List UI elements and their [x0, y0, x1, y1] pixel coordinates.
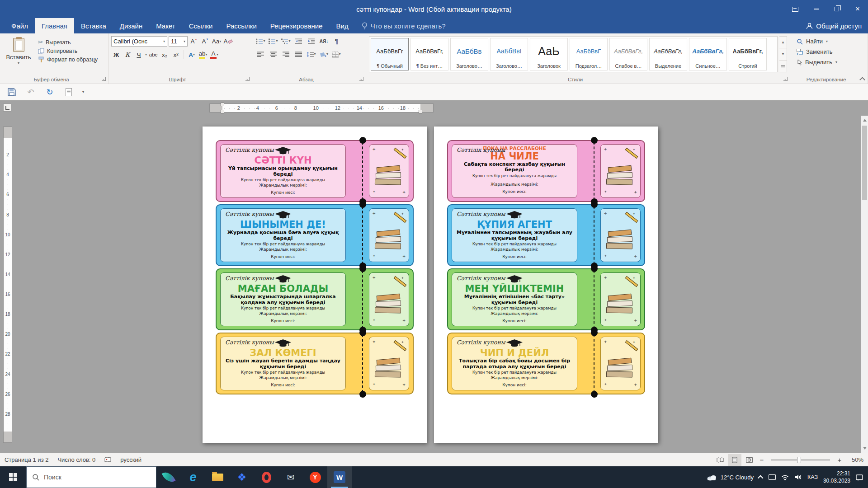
select-button[interactable]: Выделить [793, 57, 865, 67]
vertical-scrollbar[interactable] [861, 116, 868, 453]
start-button[interactable] [0, 466, 26, 488]
right-indent-marker[interactable] [419, 110, 422, 113]
bullets-button[interactable] [255, 36, 266, 46]
zoom-out-button[interactable] [757, 454, 767, 466]
volume-icon[interactable] [794, 474, 802, 480]
zoom-level[interactable]: 50% [845, 456, 863, 463]
replace-button[interactable]: Заменить [793, 47, 865, 57]
styles-scroll-down-icon[interactable]: ▼ [779, 48, 787, 60]
clock[interactable]: 22:31 30.03.2023 [823, 470, 850, 484]
strikethrough-button[interactable]: abc [148, 50, 158, 60]
font-size-combo[interactable]: 11 [169, 36, 188, 47]
align-center-button[interactable] [268, 49, 279, 59]
proofing-status[interactable] [100, 457, 116, 463]
align-right-button[interactable] [280, 49, 292, 59]
decrease-indent-button[interactable] [293, 36, 304, 46]
taskbar-word[interactable] [327, 466, 352, 488]
underline-dropdown-icon[interactable] [145, 53, 147, 56]
font-family-dropdown-icon[interactable] [163, 40, 165, 43]
scroll-down-icon[interactable] [863, 447, 867, 450]
cut-button[interactable]: Вырезать [38, 39, 98, 46]
style-item-2[interactable]: АаБбВвЗаголово… [450, 38, 488, 70]
borders-button[interactable] [331, 49, 342, 59]
paragraph-dialog-launcher-icon[interactable] [359, 77, 363, 81]
touch-mode-button[interactable] [63, 87, 74, 98]
language-indicator[interactable]: русский [116, 456, 146, 463]
align-left-button[interactable] [255, 49, 266, 59]
show-marks-button[interactable]: ¶ [331, 36, 342, 46]
font-color-button[interactable]: А [209, 50, 219, 60]
clear-formatting-button[interactable]: А [223, 37, 233, 47]
tell-me-box[interactable]: Что вы хотите сделать? [362, 18, 446, 33]
page-2[interactable]: Сәттілік купоны ПОКА НА РАССЛАБОНЕ НА ЧИ… [434, 127, 658, 443]
style-item-3[interactable]: АаБбВвІЗаголово… [490, 38, 528, 70]
taskbar-edge[interactable] [181, 466, 205, 488]
italic-button[interactable]: К [123, 50, 132, 60]
style-item-4[interactable]: АаЬЗаголовок [530, 38, 568, 70]
clipboard-dialog-launcher-icon[interactable] [102, 77, 106, 81]
font-dialog-launcher-icon[interactable] [245, 77, 250, 81]
font-size-dropdown-icon[interactable] [184, 40, 185, 43]
web-layout-button[interactable] [742, 454, 756, 466]
copy-button[interactable]: Копировать [38, 48, 98, 54]
tab-view[interactable]: Вид [330, 18, 355, 33]
styles-dialog-launcher-icon[interactable] [783, 77, 788, 81]
shrink-font-button[interactable]: А [200, 37, 210, 47]
styles-scroll-up-icon[interactable]: ▲ [779, 37, 787, 48]
taskbar-mail[interactable] [278, 466, 303, 488]
style-item-9[interactable]: АаБбВвГг,Строгий [729, 38, 767, 70]
taskbar-file-explorer[interactable] [205, 466, 230, 488]
hanging-indent-marker[interactable] [221, 110, 224, 113]
taskbar-yandex[interactable] [303, 466, 327, 488]
line-spacing-button[interactable] [306, 49, 317, 59]
style-item-8[interactable]: АаБбВвГг,Сильное… [689, 38, 727, 70]
page-1[interactable]: Сәттілік купоны СӘТТІ КҮН Үй тапсырмасын… [203, 127, 427, 443]
highlight-button[interactable]: ab [198, 50, 208, 60]
minimize-button[interactable] [806, 0, 826, 18]
paste-button[interactable]: Вставить [3, 36, 34, 74]
tab-home[interactable]: Главная [35, 18, 74, 33]
first-line-indent-marker[interactable] [221, 103, 224, 106]
font-family-combo[interactable]: Calibri (Оснс [111, 36, 167, 47]
weather-widget[interactable]: 12°C Cloudy [706, 474, 754, 481]
tab-selector[interactable] [3, 103, 11, 112]
text-effects-button[interactable]: А [187, 50, 197, 60]
styles-more-icon[interactable] [779, 61, 787, 72]
shading-button[interactable] [318, 49, 330, 59]
network-icon[interactable] [781, 474, 789, 480]
zoom-slider-thumb[interactable] [797, 457, 801, 463]
print-layout-button[interactable] [728, 454, 741, 466]
justify-button[interactable] [293, 49, 304, 59]
close-button[interactable]: × [847, 0, 868, 18]
multilevel-list-button[interactable] [280, 36, 292, 46]
increase-indent-button[interactable] [306, 36, 317, 46]
language-tray-indicator[interactable]: КАЗ [807, 474, 818, 480]
tab-references[interactable]: Ссылки [182, 18, 220, 33]
display-tray-icon[interactable] [769, 474, 776, 480]
format-painter-button[interactable]: Формат по образцу [38, 56, 98, 63]
style-item-6[interactable]: АаБбВвГг,Слабое в… [609, 38, 647, 70]
horizontal-ruler[interactable]: 2 4 6 8 10 12 14 16 18 [209, 103, 434, 113]
paste-dropdown-icon[interactable] [18, 61, 19, 65]
grow-font-button[interactable]: А [189, 37, 199, 47]
tab-review[interactable]: Рецензирование [264, 18, 330, 33]
numbering-button[interactable] [268, 36, 279, 46]
sort-button[interactable]: АЯ [318, 36, 330, 46]
style-item-5[interactable]: АаБбВвГПодзагол… [570, 38, 608, 70]
change-case-button[interactable]: Аа [212, 37, 222, 47]
tab-mailings[interactable]: Рассылки [219, 18, 263, 33]
ribbon-display-options-icon[interactable] [785, 0, 806, 18]
tab-file[interactable]: Файл [5, 18, 35, 33]
style-item-1[interactable]: АаБбВвГг,¶ Без инт… [410, 38, 448, 70]
tray-expand-icon[interactable] [758, 475, 764, 481]
superscript-button[interactable]: x² [171, 50, 181, 60]
taskbar-feather-app[interactable] [156, 466, 181, 488]
zoom-in-button[interactable] [835, 454, 844, 466]
read-mode-button[interactable] [713, 454, 727, 466]
bold-button[interactable]: Ж [111, 50, 121, 60]
scroll-up-icon[interactable] [863, 119, 867, 122]
taskbar-dropbox[interactable] [230, 466, 254, 488]
undo-button[interactable] [25, 87, 36, 98]
scrollbar-thumb[interactable] [862, 126, 867, 200]
share-button[interactable]: Общий доступ [806, 18, 862, 33]
